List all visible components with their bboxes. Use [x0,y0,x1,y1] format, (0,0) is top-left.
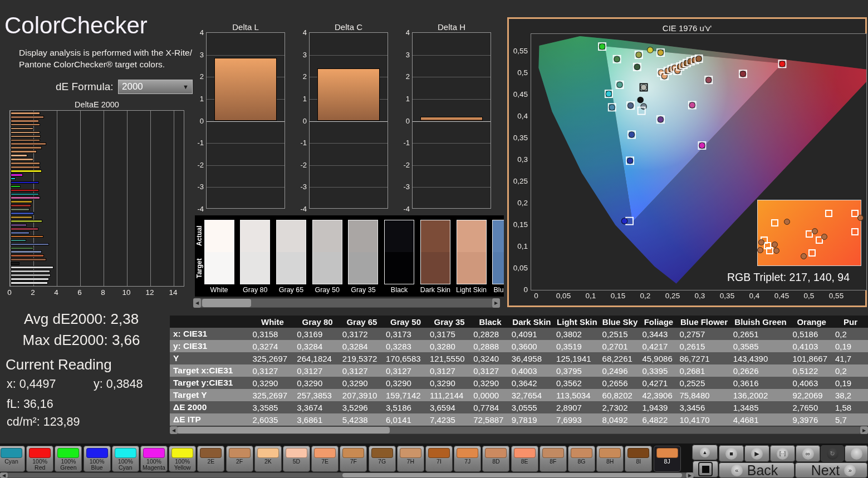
delta-y-tick: -3 [398,183,410,191]
scroll-left-arrow-icon[interactable]: ◀ [0,472,8,478]
loop-button[interactable]: [··] [770,445,795,462]
table-column-header: Light Skin [554,316,600,328]
patch-button-5d[interactable]: 5D [283,446,310,472]
actual-target-swatch-strip: ActualTargetWhiteGray 80Gray 65Gray 50Gr… [195,215,504,297]
patch-button-8h[interactable]: 8H [596,446,624,472]
gridline [310,187,388,188]
table-cell: 3,3674 [295,401,340,413]
cie-zoom-inset [757,200,861,266]
back-button[interactable]: «Back [719,462,795,478]
delta-chart [206,32,285,209]
cie-y-tick: 0,35 [509,134,528,142]
patch-button-label: 2K [254,459,282,465]
scroll-right-arrow-icon[interactable]: ▶ [492,298,500,308]
patch-button-100-red[interactable]: 100% Red [26,446,53,472]
gridline [413,55,491,56]
scroll-up-button[interactable]: ▲ [692,445,718,460]
de-bar [11,239,26,242]
patch-button-7f[interactable]: 7F [340,446,367,472]
scroll-left-arrow-icon[interactable]: ◀ [193,298,201,308]
swatch-strip-scrollbar[interactable]: ◀▶ [193,298,500,308]
table-cell: 75,8480 [677,389,730,401]
table-row: x: CIE310,31580,31690,31720,31730,31750,… [170,328,868,340]
refresh-button[interactable]: ↻ [821,445,844,462]
toolbar-scrollbar[interactable]: ◀▶ [0,472,694,478]
pattern-window-button[interactable] [693,461,718,477]
inset-measured-point [758,239,764,245]
patch-button-100-blue[interactable]: 100% Blue [84,446,111,472]
patch-color-chip [656,448,678,458]
table-scrollbar[interactable]: ◀▶ [170,426,868,434]
table-row-label: Target x:CIE31 [170,364,251,377]
table-cell: 38,2 [833,389,868,401]
patch-button-label: 7G [369,459,396,465]
de-bar [11,250,42,253]
stop-button[interactable]: ■ [719,445,744,462]
de-formula-label: dE Formula: [56,81,113,93]
gridline [413,77,491,77]
table-cell: 0,3158 [251,328,295,340]
scroll-thumb[interactable] [177,427,390,433]
table-cell: 0,0000 [471,389,509,401]
table-cell: 68,2261 [600,352,640,364]
delta-chart [412,32,491,209]
results-table-wrap: WhiteGray 80Gray 65Gray 50Gray 35BlackDa… [170,316,868,426]
table-row-label: Y [170,352,251,364]
patch-button-2k[interactable]: 2K [254,446,282,472]
patch-button-7h[interactable]: 7H [397,446,424,472]
patch-button-2e[interactable]: 2E [197,446,224,472]
patch-button-8j[interactable]: 8J [654,446,681,472]
infinity-button[interactable]: ∞ [796,445,820,462]
table-column-header: Blue Flower [677,316,730,328]
cie-measured-point [740,71,746,77]
patch-button-7g[interactable]: 7G [369,446,396,472]
delta-y-tick: 1 [192,95,204,103]
patch-button-8d[interactable]: 8D [482,446,509,472]
cie-measured-point [705,77,712,83]
scroll-left-arrow-icon[interactable]: ◀ [170,426,178,434]
scroll-right-arrow-icon[interactable]: ▶ [860,426,868,434]
table-cell: 0,2681 [677,364,730,377]
table-cell: 2,8907 [554,401,600,413]
patch-button-2f[interactable]: 2F [226,446,253,472]
patch-button-7e[interactable]: 7E [311,446,339,472]
gridline [207,143,285,144]
patch-button-7j[interactable]: 7J [454,446,481,472]
swatch-label: Gray 80 [238,286,272,294]
cie-measured-point [658,50,664,56]
patch-button-100-magenta[interactable]: 100% Magenta [140,446,168,472]
swatch-label: Dark Skin [418,286,453,294]
de-formula-dropdown[interactable]: 2000 ▼ [118,80,193,94]
patch-button-100-yellow[interactable]: 100% Yellow [169,446,196,472]
blank-button[interactable] [845,445,868,462]
patch-button-label: 8E [511,459,538,465]
swatch [457,220,487,284]
play-icon: ▶ [751,448,763,460]
cie-x-tick: 0,2 [633,292,658,300]
refresh-icon: ↻ [827,448,838,460]
patch-button-7i[interactable]: 7I [425,446,453,472]
patch-color-chip [143,448,165,458]
scroll-thumb[interactable] [202,299,251,307]
swatch-actual [241,220,269,252]
patch-button-8e[interactable]: 8E [511,446,538,472]
patch-button-8f[interactable]: 8F [540,446,567,472]
patch-button-cyan[interactable]: Cyan [0,446,25,472]
patch-button-8g[interactable]: 8G [568,446,595,472]
de-bar [11,258,46,261]
patch-button-100-cyan[interactable]: 100% Cyan [112,446,139,472]
play-button[interactable]: ▶ [744,445,769,462]
patch-color-chip [115,448,136,458]
table-row-label: x: CIE31 [170,328,251,340]
de-bar [11,131,40,134]
scroll-thumb[interactable] [342,473,682,477]
patch-button-100-green[interactable]: 100% Green [55,446,82,472]
scroll-right-arrow-icon[interactable]: ▶ [686,472,694,478]
patch-button-label: 5D [283,459,310,465]
inset-measured-point [784,219,790,225]
table-column-header: Gray 50 [384,316,428,328]
next-button[interactable]: Next» [795,462,867,478]
patch-button-8i[interactable]: 8I [625,446,652,472]
de-bar [11,185,21,188]
gridline [174,111,174,286]
